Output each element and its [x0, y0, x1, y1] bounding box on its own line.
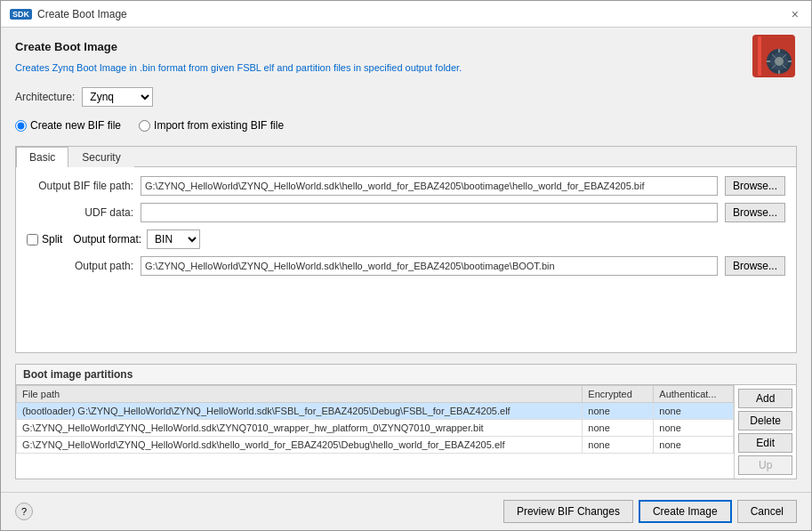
row2-filepath: G:\ZYNQ_HelloWorld\ZYNQ_HelloWorld.sdk\Z…	[17, 420, 583, 437]
partitions-buttons: Add Delete Edit Up	[734, 385, 796, 479]
row2-authenticated: none	[654, 420, 734, 437]
svg-rect-1	[758, 36, 761, 76]
split-format-row: Split Output format: BIN MCS	[27, 229, 785, 249]
table-row[interactable]: (bootloader) G:\ZYNQ_HelloWorld\ZYNQ_Hel…	[17, 403, 734, 420]
row1-encrypted: none	[583, 403, 654, 420]
sdk-badge: SDK	[10, 9, 32, 20]
output-path-input[interactable]	[141, 256, 718, 276]
split-checkbox[interactable]	[27, 234, 38, 245]
section-description: Creates Zynq Boot Image in .bin format f…	[15, 62, 797, 73]
col-encrypted: Encrypted	[583, 386, 654, 403]
delete-partition-button[interactable]: Delete	[738, 411, 792, 430]
section-title: Create Boot Image	[15, 40, 797, 53]
tab-security[interactable]: Security	[68, 147, 133, 167]
close-button[interactable]: ×	[788, 8, 802, 20]
up-partition-button[interactable]: Up	[738, 455, 792, 475]
row1-authenticated: none	[654, 403, 734, 420]
edit-partition-button[interactable]: Edit	[738, 433, 792, 453]
partitions-body: File path Encrypted Authenticat... (boot…	[16, 385, 796, 479]
output-browse-button[interactable]: Browse...	[725, 256, 785, 276]
bif-radio-row: Create new BIF file Import from existing…	[15, 119, 797, 132]
partitions-header: Boot image partitions	[16, 365, 796, 385]
architecture-select[interactable]: Zynq ZynqMP	[82, 87, 153, 107]
cancel-button[interactable]: Cancel	[737, 500, 797, 523]
title-bar: SDK Create Boot Image ×	[1, 1, 811, 28]
output-path-label: Output path:	[27, 260, 133, 272]
udf-browse-button[interactable]: Browse...	[725, 203, 785, 222]
table-row[interactable]: G:\ZYNQ_HelloWorld\ZYNQ_HelloWorld.sdk\Z…	[17, 420, 734, 437]
partitions-section: Boot image partitions File path Encrypte…	[15, 364, 797, 479]
bif-path-label: Output BIF file path:	[27, 180, 133, 192]
logo-icon	[751, 33, 797, 79]
row1-filepath: (bootloader) G:\ZYNQ_HelloWorld\ZYNQ_Hel…	[17, 403, 583, 420]
tab-basic[interactable]: Basic	[16, 147, 68, 167]
architecture-label: Architecture:	[15, 91, 75, 103]
import-bif-radio[interactable]: Import from existing BIF file	[139, 119, 284, 132]
preview-bif-button[interactable]: Preview BIF Changes	[503, 500, 633, 523]
row3-authenticated: none	[654, 437, 734, 454]
create-bif-radio[interactable]: Create new BIF file	[15, 119, 121, 132]
format-row: Output format: BIN MCS	[73, 229, 200, 249]
format-select[interactable]: BIN MCS	[147, 229, 200, 249]
dialog-content: Create Boot Image Creates Zynq Boot Imag…	[1, 28, 811, 492]
partitions-table-wrap: File path Encrypted Authenticat... (boot…	[16, 385, 734, 479]
architecture-row: Architecture: Zynq ZynqMP	[15, 87, 797, 107]
split-label[interactable]: Split	[42, 233, 62, 245]
partitions-table: File path Encrypted Authenticat... (boot…	[16, 385, 734, 454]
dialog-footer: ? Preview BIF Changes Create Image Cance…	[1, 492, 811, 530]
create-bif-label: Create new BIF file	[30, 119, 121, 132]
output-path-row: Output path: Browse...	[27, 256, 785, 276]
footer-left: ?	[15, 503, 33, 520]
col-authenticated: Authenticat...	[654, 386, 734, 403]
svg-point-4	[775, 57, 784, 66]
help-button[interactable]: ?	[15, 503, 33, 520]
footer-right: Preview BIF Changes Create Image Cancel	[503, 500, 797, 523]
bif-path-input[interactable]	[141, 176, 718, 196]
table-row[interactable]: G:\ZYNQ_HelloWorld\ZYNQ_HelloWorld.sdk\h…	[17, 437, 734, 454]
udf-row: UDF data: Browse...	[27, 203, 785, 222]
row3-encrypted: none	[583, 437, 654, 454]
title-bar-left: SDK Create Boot Image	[10, 8, 127, 20]
tabs-bar: Basic Security	[16, 147, 796, 167]
tabs-section: Basic Security Output BIF file path: Bro…	[15, 146, 797, 353]
split-checkbox-row: Split	[27, 233, 62, 245]
bif-path-row: Output BIF file path: Browse...	[27, 176, 785, 196]
create-image-button[interactable]: Create Image	[639, 500, 732, 523]
dialog-title: Create Boot Image	[37, 8, 127, 20]
col-filepath: File path	[17, 386, 583, 403]
create-boot-image-dialog: SDK Create Boot Image × Create Boot Imag…	[0, 0, 812, 531]
udf-label: UDF data:	[27, 206, 133, 219]
add-partition-button[interactable]: Add	[738, 389, 792, 408]
udf-input[interactable]	[141, 203, 718, 222]
format-label: Output format:	[73, 233, 141, 245]
row2-encrypted: none	[583, 420, 654, 437]
basic-tab-content: Output BIF file path: Browse... UDF data…	[16, 167, 796, 352]
bif-browse-button[interactable]: Browse...	[725, 176, 785, 196]
import-bif-label: Import from existing BIF file	[154, 119, 284, 132]
row3-filepath: G:\ZYNQ_HelloWorld\ZYNQ_HelloWorld.sdk\h…	[17, 437, 583, 454]
